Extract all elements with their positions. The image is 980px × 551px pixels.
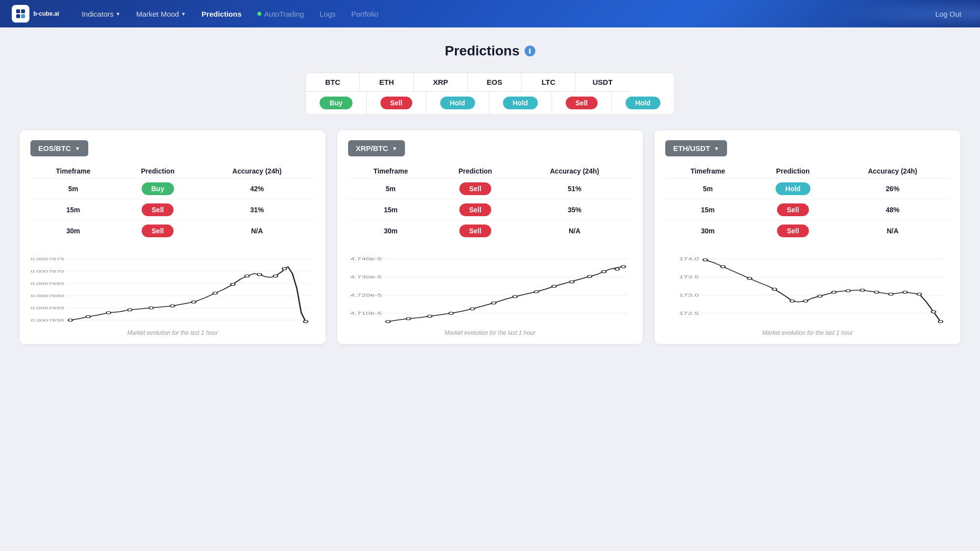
coin-header-btc: BTC [306, 73, 360, 92]
table-row: 15m Sell 48% [665, 200, 950, 221]
coin-signal-btc: Buy [306, 92, 366, 114]
svg-point-45 [534, 291, 538, 293]
timeframe-cell: 30m [665, 221, 750, 242]
coin-header-row: BTC ETH XRP EOS LTC USDT [306, 73, 674, 92]
nav-autotrading[interactable]: AutoTrading [251, 7, 311, 21]
accuracy-cell: N/A [835, 221, 950, 242]
svg-text:4.710e-5: 4.710e-5 [350, 311, 381, 316]
card-header-xrp-btc: XRP/BTC ▼ [348, 140, 632, 156]
svg-rect-0 [16, 9, 20, 13]
svg-text:0.0007655: 0.0007655 [30, 305, 64, 310]
svg-point-75 [938, 321, 943, 323]
prediction-cell: Sell [750, 221, 835, 242]
svg-point-47 [570, 281, 574, 283]
accuracy-cell: N/A [517, 221, 632, 242]
page-title-row: Predictions ℹ [20, 43, 960, 59]
prediction-cell: Hold [750, 178, 835, 200]
chart-eth-usdt: 174.0 173.5 173.0 172.5 [665, 249, 950, 327]
svg-text:173.5: 173.5 [679, 275, 699, 279]
svg-rect-2 [16, 14, 20, 18]
pair-selector-eth-usdt[interactable]: ETH/USDT ▼ [665, 140, 727, 156]
svg-point-19 [127, 309, 132, 311]
chart-eos-btc: .grid-line { stroke: #e0e4ec; stroke-wid… [30, 249, 315, 327]
table-row: 5m Buy 42% [30, 178, 315, 200]
svg-point-71 [889, 293, 893, 296]
svg-point-70 [875, 291, 879, 294]
prediction-cell: Sell [433, 221, 517, 242]
chevron-down-icon: ▼ [75, 146, 80, 151]
table-row: 30m Sell N/A [665, 221, 950, 242]
svg-point-44 [513, 296, 517, 298]
table-row: 5m Hold 26% [665, 178, 950, 200]
card-xrp-btc: XRP/BTC ▼ Timeframe Prediction Accuracy … [337, 130, 643, 344]
pred-table-eth-usdt: Timeframe Prediction Accuracy (24h) 5m H… [665, 164, 950, 241]
svg-point-66 [818, 295, 822, 298]
pair-label-xrp-btc: XRP/BTC [356, 144, 388, 152]
prediction-cell: Sell [116, 221, 200, 242]
logout-button[interactable]: Log Out [929, 7, 968, 21]
nav-predictions[interactable]: Predictions [195, 7, 249, 21]
table-row: 15m Sell 31% [30, 200, 315, 221]
table-row: 5m Sell 51% [348, 178, 632, 200]
info-icon[interactable]: ℹ [525, 46, 535, 56]
prediction-cell: Sell [116, 200, 200, 221]
nav-portfolio[interactable]: Portfolio [344, 7, 385, 21]
navbar: b-cube.ai Indicators ▼ Market Mood ▼ Pre… [0, 0, 980, 27]
table-row: 15m Sell 35% [348, 200, 632, 221]
svg-point-25 [245, 275, 249, 277]
svg-point-51 [621, 266, 626, 268]
nav-indicators[interactable]: Indicators ▼ [75, 7, 127, 21]
coin-header-eos: EOS [468, 73, 522, 92]
timeframe-cell: 5m [30, 178, 116, 200]
svg-text:0.0007675: 0.0007675 [30, 256, 64, 261]
svg-text:4.740e-5: 4.740e-5 [350, 256, 381, 261]
svg-point-26 [257, 274, 262, 276]
svg-point-40 [427, 315, 432, 318]
accuracy-cell: 35% [517, 200, 632, 221]
coin-table-inner: BTC ETH XRP EOS LTC USDT Buy Sell Hold H… [305, 73, 675, 115]
coin-signal-usdt: Hold [612, 92, 674, 114]
svg-point-28 [282, 268, 287, 270]
th-prediction-2: Prediction [433, 164, 517, 178]
svg-point-42 [470, 308, 475, 310]
svg-text:174.0: 174.0 [679, 256, 699, 261]
svg-text:0.0007665: 0.0007665 [30, 281, 64, 285]
svg-point-72 [903, 291, 907, 294]
svg-point-18 [106, 312, 111, 314]
svg-point-39 [406, 318, 410, 320]
th-timeframe-2: Timeframe [348, 164, 434, 178]
logo-icon [12, 5, 29, 23]
logo-text: b-cube.ai [33, 10, 59, 17]
svg-point-49 [602, 271, 606, 273]
accuracy-cell: 31% [200, 200, 315, 221]
th-accuracy-2: Accuracy (24h) [517, 164, 632, 178]
prediction-cell: Sell [750, 200, 835, 221]
chevron-down-icon: ▼ [392, 146, 398, 151]
pair-label-eos-btc: EOS/BTC [38, 144, 71, 152]
svg-point-27 [273, 275, 277, 277]
card-header-eos-btc: EOS/BTC ▼ [30, 140, 315, 156]
th-timeframe-1: Timeframe [30, 164, 116, 178]
svg-point-60 [703, 259, 707, 261]
coin-header-xrp: XRP [414, 73, 468, 92]
pair-selector-eos-btc[interactable]: EOS/BTC ▼ [30, 140, 88, 156]
svg-point-67 [832, 291, 836, 294]
card-eth-usdt: ETH/USDT ▼ Timeframe Prediction Accuracy… [654, 130, 960, 344]
svg-point-74 [931, 311, 936, 313]
svg-point-68 [846, 290, 851, 292]
pair-selector-xrp-btc[interactable]: XRP/BTC ▼ [348, 140, 405, 156]
svg-point-64 [790, 300, 795, 302]
nav-market-mood[interactable]: Market Mood ▼ [129, 7, 193, 21]
svg-text:0.0007660: 0.0007660 [30, 293, 64, 298]
svg-point-43 [491, 302, 496, 304]
coin-header-ltc: LTC [522, 73, 576, 92]
svg-text:0.0007650: 0.0007650 [30, 318, 64, 322]
svg-point-38 [386, 321, 390, 323]
timeframe-cell: 15m [665, 200, 750, 221]
th-prediction-3: Prediction [750, 164, 835, 178]
svg-rect-1 [21, 9, 25, 13]
svg-point-29 [303, 321, 308, 323]
svg-point-46 [552, 285, 556, 288]
logo[interactable]: b-cube.ai [12, 5, 59, 23]
nav-logs[interactable]: Logs [313, 7, 343, 21]
